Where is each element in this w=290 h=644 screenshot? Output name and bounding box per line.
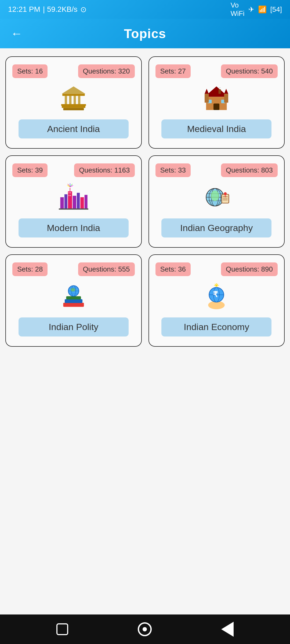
status-right: VoWiFi ✈ 📶 [54]: [231, 1, 282, 18]
card-badges: Sets: 27 Questions: 540: [155, 64, 278, 78]
svg-rect-53: [66, 296, 81, 299]
rupee-icon: ₹: [202, 281, 231, 312]
card-icon-area: [12, 83, 135, 114]
svg-point-44: [211, 191, 219, 201]
speed-display: | 59.2KB/s: [43, 5, 78, 14]
topic-card-ancient-india[interactable]: Sets: 16 Questions: 320: [5, 56, 142, 149]
topic-label: Medieval India: [161, 119, 271, 138]
topic-label: Indian Geography: [161, 218, 271, 237]
svg-rect-52: [65, 299, 82, 303]
card-icon-area: ~: [155, 83, 278, 114]
sets-badge: Sets: 33: [155, 163, 191, 177]
svg-rect-23: [73, 196, 76, 209]
questions-badge: Questions: 803: [221, 163, 278, 177]
svg-rect-37: [59, 208, 88, 210]
card-badges: Sets: 39 Questions: 1163: [12, 163, 135, 177]
svg-rect-27: [68, 192, 69, 193]
svg-text:~: ~: [219, 86, 221, 90]
battery-display: [54]: [270, 5, 282, 14]
card-icon-area: [155, 182, 278, 213]
topic-label: Modern India: [19, 218, 129, 237]
topic-card-modern-india[interactable]: Sets: 39 Questions: 1163: [5, 155, 142, 248]
sets-badge: Sets: 16: [12, 64, 48, 78]
sets-badge: Sets: 36: [155, 262, 191, 276]
svg-rect-61: [209, 303, 212, 308]
card-label-wrap: Indian Geography: [155, 218, 278, 237]
page-title: Topics: [124, 26, 166, 41]
card-icon-area: [12, 281, 135, 312]
topic-card-indian-geography[interactable]: Sets: 33 Questions: 803: [148, 155, 285, 248]
card-badges: Sets: 16 Questions: 320: [12, 64, 135, 78]
recents-button[interactable]: [138, 622, 152, 636]
time-display: 12:21 PM: [8, 5, 40, 14]
triangle-icon: [221, 622, 234, 637]
svg-rect-22: [68, 191, 72, 209]
svg-rect-64: [218, 302, 220, 308]
clock-icon: ⊙: [80, 5, 86, 14]
sets-badge: Sets: 39: [12, 163, 48, 177]
svg-rect-30: [70, 195, 71, 196]
topics-grid: Sets: 16 Questions: 320: [5, 56, 285, 347]
home-button[interactable]: [56, 623, 68, 635]
card-badges: Sets: 36 Questions: 890: [155, 262, 278, 276]
svg-text:₹: ₹: [213, 290, 218, 299]
app-header: ← Topics: [0, 19, 290, 48]
svg-rect-20: [60, 197, 64, 209]
svg-point-57: [71, 288, 75, 291]
svg-rect-51: [63, 303, 84, 307]
card-icon-area: [12, 182, 135, 213]
questions-badge: Questions: 540: [221, 64, 278, 78]
questions-badge: Questions: 320: [78, 64, 135, 78]
card-label-wrap: Indian Polity: [12, 317, 135, 336]
topic-card-indian-economy[interactable]: Sets: 36 Questions: 890: [148, 254, 285, 347]
topic-label: Indian Polity: [19, 317, 129, 336]
globe-map-icon: [202, 182, 231, 213]
topic-card-medieval-india[interactable]: Sets: 27 Questions: 540: [148, 56, 285, 149]
topic-label: Ancient India: [19, 119, 129, 138]
svg-rect-8: [61, 104, 86, 106]
svg-rect-63: [215, 302, 217, 308]
back-nav-button[interactable]: [221, 622, 234, 637]
navigation-bar: [0, 614, 290, 644]
svg-rect-24: [77, 193, 80, 209]
topic-label: Indian Economy: [161, 317, 271, 336]
status-bar: 12:21 PM | 59.2KB/s ⊙ VoWiFi ✈ 📶 [54]: [0, 0, 290, 19]
svg-marker-17: [224, 89, 228, 94]
square-icon: [56, 623, 68, 635]
svg-rect-1: [63, 108, 84, 110]
svg-rect-16: [224, 94, 228, 103]
svg-rect-6: [62, 94, 85, 96]
svg-rect-65: [220, 303, 222, 308]
wifi-icon: 📶: [258, 5, 267, 14]
card-label-wrap: Medieval India: [155, 119, 278, 138]
card-badges: Sets: 33 Questions: 803: [155, 163, 278, 177]
topic-card-indian-polity[interactable]: Sets: 28 Questions: 555: [5, 254, 142, 347]
svg-rect-18: [219, 89, 221, 94]
svg-marker-15: [205, 89, 209, 94]
svg-rect-11: [213, 104, 219, 110]
svg-rect-28: [70, 192, 71, 193]
circle-icon: [138, 622, 152, 636]
sets-badge: Sets: 28: [12, 262, 48, 276]
card-icon-area: ₹: [155, 281, 278, 312]
medieval-house-icon: ~: [202, 83, 231, 114]
airplane-icon: ✈: [248, 5, 254, 14]
svg-rect-21: [64, 194, 67, 209]
card-badges: Sets: 28 Questions: 555: [12, 262, 135, 276]
svg-point-49: [224, 192, 227, 195]
vowifi-icon: VoWiFi: [231, 1, 245, 18]
questions-badge: Questions: 555: [78, 262, 135, 276]
card-label-wrap: Ancient India: [12, 119, 135, 138]
svg-rect-29: [68, 195, 69, 196]
svg-rect-25: [80, 197, 84, 209]
status-left: 12:21 PM | 59.2KB/s ⊙: [8, 5, 86, 14]
questions-badge: Questions: 1163: [74, 163, 135, 177]
svg-rect-62: [212, 302, 215, 308]
back-button[interactable]: ←: [11, 28, 23, 39]
temple-icon: [59, 83, 88, 114]
svg-rect-14: [205, 94, 209, 103]
globe-books-icon: [59, 281, 88, 312]
questions-badge: Questions: 890: [221, 262, 278, 276]
card-label-wrap: Indian Economy: [155, 317, 278, 336]
card-label-wrap: Modern India: [12, 218, 135, 237]
